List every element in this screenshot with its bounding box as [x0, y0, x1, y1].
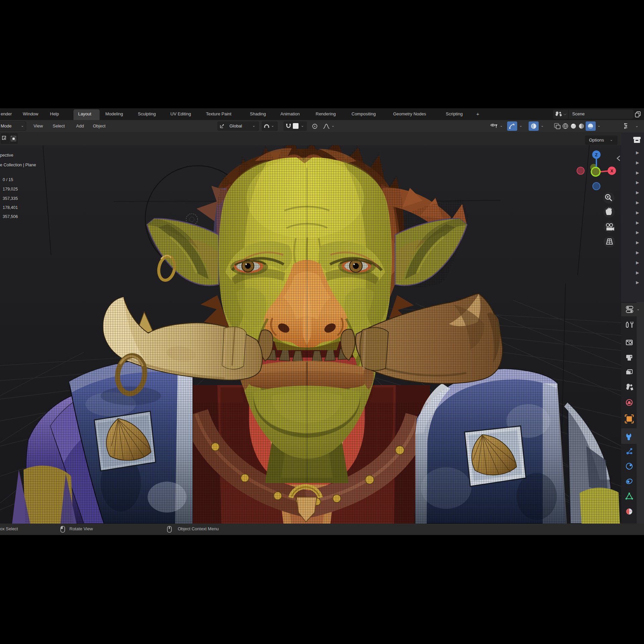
svg-text:Z: Z — [595, 152, 598, 157]
svg-text:X: X — [610, 168, 613, 173]
